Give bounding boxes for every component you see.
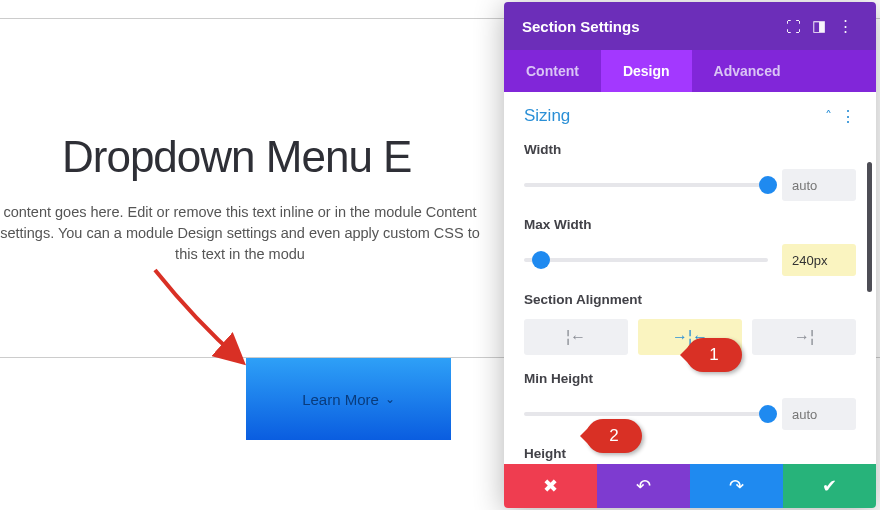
control-height: Height	[524, 446, 856, 461]
chevron-up-icon[interactable]: ˄	[825, 108, 832, 124]
more-icon[interactable]: ⋮	[840, 107, 856, 126]
align-right-button[interactable]: →¦	[752, 319, 856, 355]
max-width-slider[interactable]	[524, 258, 768, 262]
width-value[interactable]: auto	[782, 169, 856, 201]
group-title: Sizing	[524, 106, 570, 126]
align-left-icon: ¦←	[566, 328, 586, 346]
control-min-height: Min Height auto	[524, 371, 856, 430]
panel-header: Section Settings ⛶ ◨ ⋮	[504, 2, 876, 50]
settings-panel: Section Settings ⛶ ◨ ⋮ Content Design Ad…	[504, 2, 876, 508]
control-label: Section Alignment	[524, 292, 856, 307]
close-icon: ✖	[543, 475, 558, 497]
undo-button[interactable]: ↶	[597, 464, 690, 508]
control-label: Min Height	[524, 371, 856, 386]
redo-icon: ↷	[729, 475, 744, 497]
slider-knob[interactable]	[759, 405, 777, 423]
learn-more-label: Learn More	[302, 391, 379, 408]
panel-tabs: Content Design Advanced	[504, 50, 876, 92]
callout-2: 2	[586, 419, 642, 453]
redo-button[interactable]: ↷	[690, 464, 783, 508]
save-button[interactable]: ✔	[783, 464, 876, 508]
learn-more-button[interactable]: Learn More ⌄	[246, 358, 451, 440]
group-header-sizing[interactable]: Sizing ˄ ⋮	[524, 106, 856, 126]
max-width-value[interactable]: 240px	[782, 244, 856, 276]
page-subtext: content goes here. Edit or remove this t…	[0, 202, 480, 265]
min-height-value[interactable]: auto	[782, 398, 856, 430]
dock-icon[interactable]: ◨	[806, 17, 832, 35]
panel-footer: ✖ ↶ ↷ ✔	[504, 464, 876, 508]
panel-body: Sizing ˄ ⋮ Width auto Max Width 240px Se…	[504, 92, 876, 464]
scrollbar[interactable]	[867, 162, 872, 292]
control-max-width: Max Width 240px	[524, 217, 856, 276]
check-icon: ✔	[822, 475, 837, 497]
callout-1: 1	[686, 338, 742, 372]
slider-knob[interactable]	[532, 251, 550, 269]
width-slider[interactable]	[524, 183, 768, 187]
undo-icon: ↶	[636, 475, 651, 497]
align-right-icon: →¦	[794, 328, 814, 346]
more-icon[interactable]: ⋮	[832, 17, 858, 35]
chevron-down-icon: ⌄	[385, 392, 395, 406]
tab-advanced[interactable]: Advanced	[692, 50, 803, 92]
fullscreen-icon[interactable]: ⛶	[780, 18, 806, 35]
tab-design[interactable]: Design	[601, 50, 692, 92]
panel-title: Section Settings	[522, 18, 780, 35]
control-label: Height	[524, 446, 856, 461]
control-label: Width	[524, 142, 856, 157]
tab-content[interactable]: Content	[504, 50, 601, 92]
control-label: Max Width	[524, 217, 856, 232]
align-left-button[interactable]: ¦←	[524, 319, 628, 355]
slider-knob[interactable]	[759, 176, 777, 194]
cancel-button[interactable]: ✖	[504, 464, 597, 508]
control-width: Width auto	[524, 142, 856, 201]
page-headline: Dropdown Menu E	[62, 132, 411, 182]
min-height-slider[interactable]	[524, 412, 768, 416]
